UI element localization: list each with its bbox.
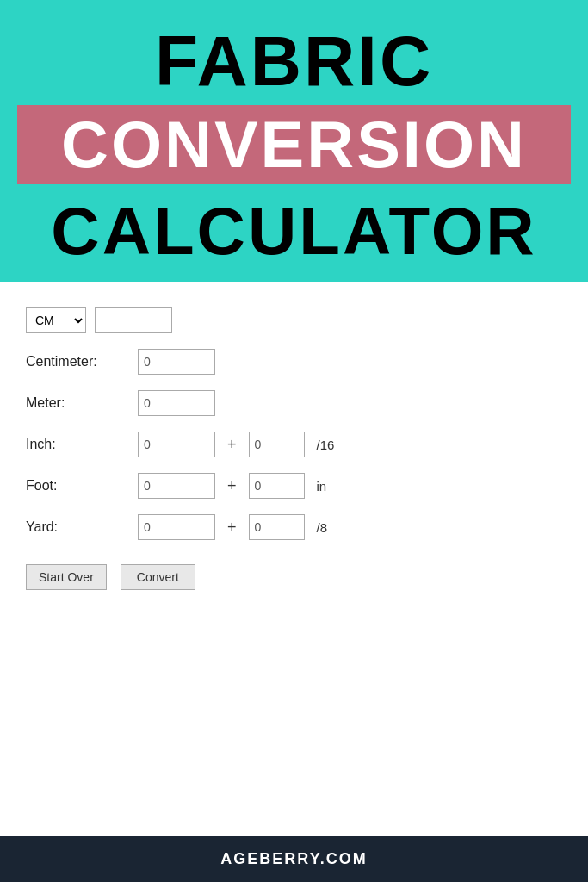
start-over-button[interactable]: Start Over bbox=[26, 564, 107, 590]
yard-row: Yard: + /8 bbox=[26, 514, 562, 540]
inch-main-input[interactable] bbox=[138, 432, 215, 457]
foot-main-input[interactable] bbox=[138, 473, 215, 499]
foot-secondary-input[interactable] bbox=[249, 473, 305, 499]
top-row: CM Inch Foot Yard Meter bbox=[26, 307, 562, 333]
meter-row: Meter: bbox=[26, 390, 562, 416]
centimeter-input[interactable] bbox=[138, 349, 215, 375]
title-conversion-wrapper: CONVERSION bbox=[17, 105, 571, 184]
inch-plus-sign: + bbox=[227, 436, 237, 454]
yard-main-input[interactable] bbox=[138, 514, 215, 540]
inch-suffix: /16 bbox=[317, 438, 335, 452]
footer-section: AGEBERRY.COM bbox=[0, 836, 588, 882]
meter-input[interactable] bbox=[138, 390, 215, 416]
top-input[interactable] bbox=[95, 307, 172, 333]
inch-label: Inch: bbox=[26, 437, 129, 452]
foot-row: Foot: + in bbox=[26, 473, 562, 499]
inch-secondary-input[interactable] bbox=[249, 432, 305, 457]
foot-suffix: in bbox=[317, 479, 327, 494]
meter-label: Meter: bbox=[26, 395, 129, 411]
title-fabric: FABRIC bbox=[155, 26, 433, 96]
foot-plus-sign: + bbox=[227, 477, 237, 495]
title-calculator: CALCULATOR bbox=[51, 197, 536, 264]
centimeter-label: Centimeter: bbox=[26, 354, 129, 370]
yard-plus-sign: + bbox=[227, 519, 237, 537]
unit-select[interactable]: CM Inch Foot Yard Meter bbox=[26, 307, 86, 333]
yard-suffix: /8 bbox=[317, 520, 328, 535]
footer-text: AGEBERRY.COM bbox=[220, 850, 367, 867]
calculator-section: CM Inch Foot Yard Meter Centimeter: Mete… bbox=[0, 282, 588, 836]
centimeter-row: Centimeter: bbox=[26, 349, 562, 375]
convert-button[interactable]: Convert bbox=[121, 564, 195, 590]
title-conversion: CONVERSION bbox=[17, 112, 571, 177]
foot-label: Foot: bbox=[26, 478, 129, 494]
calc-form: CM Inch Foot Yard Meter Centimeter: Mete… bbox=[26, 307, 562, 590]
yard-label: Yard: bbox=[26, 519, 129, 535]
header-section: FABRIC CONVERSION CALCULATOR bbox=[0, 0, 588, 282]
button-row: Start Over Convert bbox=[26, 564, 562, 590]
yard-secondary-input[interactable] bbox=[249, 514, 305, 540]
inch-row: Inch: + /16 bbox=[26, 432, 562, 457]
